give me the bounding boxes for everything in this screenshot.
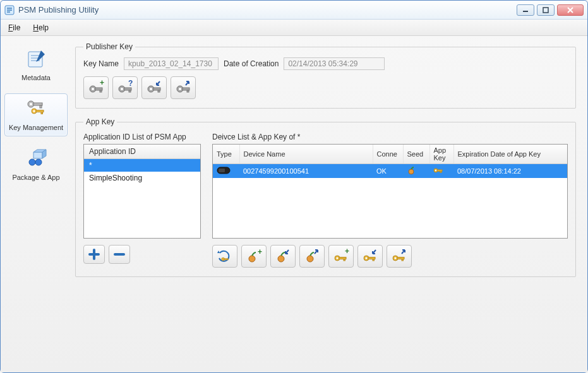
publisher-key-legend: Publisher Key — [83, 42, 135, 51]
table-row[interactable]: 00274599200100541 OK 08/07/201 — [213, 164, 567, 179]
svg-rect-60 — [402, 259, 404, 261]
titlebar: PSM Publishing Utility — [1, 1, 587, 20]
svg-point-39 — [435, 170, 436, 171]
appkey-import-button[interactable] — [357, 245, 383, 268]
svg-rect-14 — [41, 112, 43, 114]
key-import-button[interactable] — [141, 76, 167, 99]
app-id-list-label: Application ID List of PSM App — [83, 133, 201, 141]
key-name-field — [124, 57, 219, 70]
window-title: PSM Publishing Utility — [18, 5, 517, 15]
svg-rect-43 — [224, 259, 228, 260]
svg-point-32 — [179, 88, 181, 90]
sidebar-item-key-management[interactable]: Key Management — [4, 93, 68, 137]
svg-rect-25 — [129, 90, 131, 92]
svg-text:+: + — [100, 80, 104, 87]
col-app-key[interactable]: App Key — [429, 145, 453, 164]
col-type[interactable]: Type — [213, 145, 239, 164]
key-name-label: Key Name — [83, 59, 119, 68]
cell-appkey-icon — [429, 164, 453, 179]
cell-device-name: 00274599200100541 — [239, 164, 373, 179]
cell-expiry: 08/07/2013 08:14:22 — [453, 164, 567, 179]
sidebar: Metadata Key Management — [1, 36, 71, 372]
svg-point-37 — [409, 169, 414, 174]
svg-rect-41 — [440, 172, 441, 173]
svg-point-54 — [365, 257, 367, 259]
svg-point-12 — [33, 110, 35, 112]
menu-help[interactable]: Help — [33, 23, 49, 32]
sidebar-item-metadata[interactable]: Metadata — [4, 44, 68, 87]
svg-point-58 — [394, 257, 396, 259]
svg-text:+: + — [345, 249, 349, 256]
date-of-creation-label: Date of Creation — [224, 59, 279, 68]
svg-point-23 — [121, 88, 123, 90]
publisher-key-group: Publisher Key Key Name Date of Creation … — [75, 42, 576, 109]
sidebar-item-label: Metadata — [21, 74, 51, 82]
appkey-export-button[interactable] — [387, 245, 412, 268]
svg-rect-29 — [153, 88, 160, 90]
remove-app-id-button[interactable] — [109, 245, 130, 264]
sidebar-item-package-app[interactable]: Package & App — [4, 143, 68, 186]
menu-file[interactable]: File — [8, 23, 20, 32]
svg-rect-20 — [100, 90, 102, 92]
seed-add-button[interactable]: + — [241, 245, 267, 268]
list-item[interactable]: * — [84, 159, 200, 172]
svg-rect-9 — [33, 103, 42, 105]
svg-rect-19 — [95, 88, 102, 90]
col-conn[interactable]: Conne — [373, 145, 403, 164]
refresh-keys-button[interactable] — [212, 245, 237, 268]
maximize-button[interactable] — [537, 4, 555, 16]
cell-type-icon — [213, 164, 239, 179]
app-id-listbox[interactable]: Application ID * SimpleShooting — [83, 144, 201, 239]
svg-point-15 — [29, 159, 35, 165]
device-grid[interactable]: Type Device Name Conne Seed App Key Expi… — [212, 144, 568, 239]
svg-rect-30 — [158, 90, 160, 92]
svg-point-18 — [92, 88, 94, 90]
svg-rect-34 — [187, 90, 189, 92]
key-export-button[interactable] — [171, 76, 196, 99]
appkey-add-button[interactable]: + — [328, 245, 354, 268]
col-device-name[interactable]: Device Name — [239, 145, 373, 164]
cell-conn: OK — [373, 164, 403, 179]
col-expiry[interactable]: Expiration Date of App Key — [453, 145, 567, 164]
seed-export-button[interactable] — [299, 245, 325, 268]
sidebar-item-label: Key Management — [9, 124, 63, 132]
device-list-label: Deivce List & App Key of * — [212, 133, 568, 141]
app-id-header: Application ID — [84, 145, 200, 159]
cell-seed-icon — [403, 164, 429, 179]
svg-rect-36 — [219, 169, 225, 172]
svg-point-44 — [249, 256, 255, 262]
svg-point-16 — [35, 159, 42, 165]
svg-rect-56 — [373, 259, 375, 261]
content-area: Metadata Key Management — [1, 36, 587, 372]
menubar: File Help — [1, 20, 587, 36]
date-of-creation-field — [284, 57, 385, 70]
svg-point-28 — [150, 88, 152, 90]
app-key-legend: App Key — [83, 117, 117, 126]
minimize-button[interactable] — [517, 4, 534, 16]
package-icon — [23, 147, 49, 170]
svg-rect-33 — [183, 88, 189, 90]
close-button[interactable] — [557, 4, 584, 16]
key-info-button[interactable]: ? — [112, 76, 138, 99]
svg-point-8 — [30, 103, 32, 105]
notepad-icon — [23, 48, 49, 71]
window-controls — [517, 4, 584, 16]
sidebar-item-label: Package & App — [12, 174, 59, 182]
svg-rect-24 — [124, 88, 131, 90]
add-app-id-button[interactable] — [83, 245, 105, 264]
app-key-group: App Key Application ID List of PSM App A… — [75, 117, 576, 277]
main-panel: Publisher Key Key Name Date of Creation … — [71, 36, 587, 372]
list-item[interactable]: SimpleShooting — [84, 172, 200, 184]
col-seed[interactable]: Seed — [403, 145, 429, 164]
svg-point-47 — [307, 256, 313, 262]
svg-rect-2 — [543, 8, 548, 13]
svg-text:?: ? — [128, 80, 133, 88]
app-icon — [4, 5, 15, 15]
svg-rect-51 — [344, 259, 345, 261]
keys-icon — [23, 98, 49, 121]
seed-import-button[interactable] — [270, 245, 296, 268]
key-add-button[interactable]: + — [83, 76, 109, 99]
app-window: PSM Publishing Utility File Help Metadat… — [0, 0, 588, 373]
svg-rect-10 — [40, 105, 42, 108]
svg-text:+: + — [258, 249, 262, 256]
